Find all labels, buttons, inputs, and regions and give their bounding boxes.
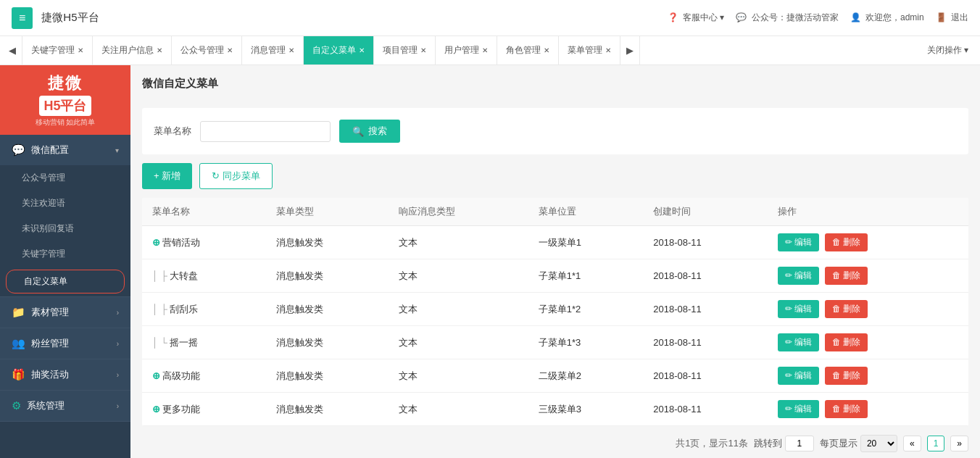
tab-message-manage[interactable]: 消息管理✕ [242, 36, 304, 65]
tab-user-manage[interactable]: 用户管理✕ [436, 36, 497, 65]
cell-type: 消息触发类 [266, 393, 389, 426]
delete-button[interactable]: 🗑 删除 [825, 400, 868, 418]
search-input[interactable] [200, 121, 331, 142]
sidebar-item-unknown-reply[interactable]: 未识别回复语 [0, 216, 130, 241]
content-area: 微信自定义菜单 菜单名称 🔍 搜索 + 新增 ↻ 同步菜单 菜单名称 菜单类型 … [130, 65, 980, 458]
chevron-right-icon2: › [117, 340, 119, 348]
cell-msg-type: 文本 [389, 259, 528, 293]
cell-position: 子菜单1*3 [528, 326, 644, 359]
cell-created: 2018-08-11 [643, 293, 768, 326]
edit-button[interactable]: ✏ 编辑 [778, 367, 819, 385]
cell-name: │ ├刮刮乐 [142, 293, 266, 326]
main-layout: 捷微 H5平台 移动营销 如此简单 💬 微信配置 ▾ 公众号管理 关注欢迎语 未… [0, 65, 980, 458]
size-label: 每页显示 [820, 437, 858, 450]
sidebar-section-wechat: 💬 微信配置 ▾ 公众号管理 关注欢迎语 未识别回复语 关键字管理 自定义菜单 [0, 135, 130, 297]
chevron-down-icon: ▾ [115, 146, 119, 154]
prev-page-button[interactable]: « [903, 436, 921, 451]
cell-type: 消息触发类 [266, 293, 389, 326]
sidebar-section-lottery-label: 抽奖活动 [31, 368, 117, 381]
cell-name: │ └摇一摇 [142, 326, 266, 359]
data-table: 菜单名称 菜单类型 响应消息类型 菜单位置 创建时间 操作 ⊕营销活动 消息触发… [142, 198, 968, 426]
user-icon: 👤 [850, 12, 861, 22]
sidebar-section-wechat-label: 微信配置 [31, 143, 115, 157]
sidebar-section-fans: 👥 粉丝管理 › [0, 328, 130, 359]
logout-icon: 🚪 [936, 12, 947, 22]
wechat-account-link[interactable]: 💬 公众号：捷微活动管家 [736, 12, 838, 24]
sidebar-item-public-account[interactable]: 公众号管理 [0, 165, 130, 191]
nav-prev-arrow[interactable]: ◀ [3, 36, 22, 65]
sidebar-item-follow-greeting[interactable]: 关注欢迎语 [0, 191, 130, 216]
delete-button[interactable]: 🗑 删除 [825, 233, 868, 251]
tab-menu-manage[interactable]: 菜单管理✕ [559, 36, 620, 65]
edit-button[interactable]: ✏ 编辑 [778, 300, 819, 318]
col-type: 菜单类型 [266, 198, 389, 226]
table-row: ⊕更多功能 消息触发类 文本 三级菜单3 2018-08-11 ✏ 编辑 🗑 删… [142, 393, 968, 426]
cell-ops: ✏ 编辑 🗑 删除 [768, 393, 968, 426]
table-header-row: 菜单名称 菜单类型 响应消息类型 菜单位置 创建时间 操作 [142, 198, 968, 226]
chevron-right-icon3: › [117, 371, 119, 379]
sidebar-section-wechat-header[interactable]: 💬 微信配置 ▾ [0, 135, 130, 165]
action-bar: + 新增 ↻ 同步菜单 [142, 163, 968, 189]
delete-button[interactable]: 🗑 删除 [825, 267, 868, 285]
cell-position: 子菜单1*2 [528, 293, 644, 326]
sidebar-item-keyword-mgmt[interactable]: 关键字管理 [0, 241, 130, 267]
sidebar-item-custom-menu[interactable]: 自定义菜单 [6, 270, 125, 293]
page-size-select[interactable]: 20 10 50 100 [860, 435, 897, 452]
sidebar: 捷微 H5平台 移动营销 如此简单 💬 微信配置 ▾ 公众号管理 关注欢迎语 未… [0, 65, 130, 458]
edit-button[interactable]: ✏ 编辑 [778, 333, 819, 351]
edit-button[interactable]: ✏ 编辑 [778, 233, 819, 251]
cell-position: 一级菜单1 [528, 226, 644, 259]
tab-keyword[interactable]: 关键字管理✕ [22, 36, 93, 65]
nav-tabs-bar: ◀ 关键字管理✕ 关注用户信息✕ 公众号管理✕ 消息管理✕ 自定义菜单✕ 项目管… [0, 36, 980, 65]
search-icon: 🔍 [352, 126, 364, 137]
add-button[interactable]: + 新增 [142, 163, 192, 189]
col-created: 创建时间 [643, 198, 768, 226]
delete-button[interactable]: 🗑 删除 [825, 367, 868, 385]
wechat-config-items: 公众号管理 关注欢迎语 未识别回复语 关键字管理 自定义菜单 [0, 165, 130, 293]
tab-wechat-manage[interactable]: 公众号管理✕ [172, 36, 242, 65]
logout-link[interactable]: 🚪 退出 [936, 12, 968, 24]
pagination-size: 每页显示 20 10 50 100 [820, 435, 897, 452]
sidebar-logo: 捷微 H5平台 移动营销 如此简单 [0, 65, 130, 135]
tab-project-manage[interactable]: 项目管理✕ [374, 36, 436, 65]
cell-position: 二级菜单2 [528, 359, 644, 393]
user-welcome-link[interactable]: 👤 欢迎您，admin [850, 12, 924, 24]
sidebar-section-system-header[interactable]: ⚙ 系统管理 › [0, 391, 130, 421]
tab-follow-user[interactable]: 关注用户信息✕ [93, 36, 172, 65]
cell-created: 2018-08-11 [643, 326, 768, 359]
page-title: 微信自定义菜单 [142, 77, 968, 96]
header-right: ❓ 客服中心 ▾ 💬 公众号：捷微活动管家 👤 欢迎您，admin 🚪 退出 [668, 12, 968, 24]
delete-button[interactable]: 🗑 删除 [825, 333, 868, 351]
sidebar-section-lottery-header[interactable]: 🎁 抽奖活动 › [0, 359, 130, 390]
cell-type: 消息触发类 [266, 259, 389, 293]
current-page-indicator: 1 [927, 436, 945, 451]
sync-button[interactable]: ↻ 同步菜单 [199, 163, 273, 189]
delete-button[interactable]: 🗑 删除 [825, 300, 868, 318]
sidebar-section-fans-header[interactable]: 👥 粉丝管理 › [0, 328, 130, 359]
edit-button[interactable]: ✏ 编辑 [778, 400, 819, 418]
edit-button[interactable]: ✏ 编辑 [778, 267, 819, 285]
menu-toggle-button[interactable]: ≡ [12, 7, 33, 29]
cell-type: 消息触发类 [266, 226, 389, 259]
nav-next-arrow[interactable]: ▶ [620, 36, 640, 65]
tab-role-manage[interactable]: 角色管理✕ [497, 36, 559, 65]
cell-type: 消息触发类 [266, 359, 389, 393]
col-ops: 操作 [768, 198, 968, 226]
wechat-config-icon: 💬 [12, 143, 25, 157]
sidebar-section-material-header[interactable]: 📁 素材管理 › [0, 297, 130, 328]
pagination-bar: 共1页，显示11条 跳转到 每页显示 20 10 50 100 « 1 » [142, 426, 968, 455]
tab-custom-menu[interactable]: 自定义菜单✕ [304, 36, 374, 65]
top-header: ≡ 捷微H5平台 ❓ 客服中心 ▾ 💬 公众号：捷微活动管家 👤 欢迎您，adm… [0, 0, 980, 36]
fans-icon: 👥 [12, 337, 25, 350]
cell-msg-type: 文本 [389, 226, 528, 259]
help-center-link[interactable]: ❓ 客服中心 ▾ [668, 12, 725, 24]
cell-position: 子菜单1*1 [528, 259, 644, 293]
cell-created: 2018-08-11 [643, 226, 768, 259]
jump-input[interactable] [785, 436, 814, 451]
chevron-right-icon4: › [117, 402, 119, 410]
search-button[interactable]: 🔍 搜索 [339, 120, 400, 143]
jump-label: 跳转到 [754, 437, 782, 450]
next-page-button[interactable]: » [950, 436, 968, 451]
close-ops-dropdown[interactable]: 关闭操作 ▾ [918, 36, 977, 65]
cell-msg-type: 文本 [389, 359, 528, 393]
